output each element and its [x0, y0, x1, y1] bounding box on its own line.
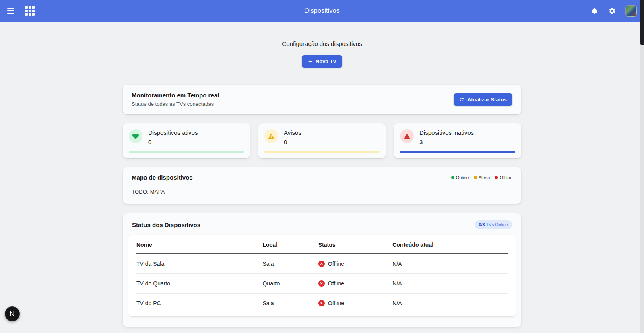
hamburger-menu-icon[interactable]: [7, 6, 18, 16]
refresh-icon: [459, 97, 464, 102]
alert-triangle-icon: [400, 129, 414, 143]
stat-label: Dispositivos ativos: [148, 129, 198, 136]
table-header-row: Nome Local Status Conteúdo atual: [136, 236, 508, 254]
online-dot-icon: [451, 176, 454, 179]
refresh-status-button[interactable]: Atualizar Status: [454, 93, 512, 106]
col-header-nome: Nome: [136, 236, 262, 254]
user-avatar[interactable]: [625, 5, 637, 17]
stat-label: Avisos: [284, 129, 301, 136]
devices-config-heading: Configuração dos dispositivos: [123, 40, 521, 47]
cell-status: ✕ Offline: [318, 294, 392, 313]
alert-dot-icon: [474, 176, 477, 179]
cell-nome: TV da Sala: [136, 254, 262, 274]
device-table-container: Nome Local Status Conteúdo atual TV da S…: [128, 235, 516, 316]
stat-value: 3: [419, 139, 474, 145]
stats-row: Dispositivos ativos 0 Avisos 0: [123, 123, 521, 158]
cell-status: ✕ Offline: [318, 274, 392, 294]
new-tv-button[interactable]: Nova TV: [302, 55, 342, 68]
stat-progress-bar: [129, 151, 244, 153]
device-status-title: Status dos Dispositivos: [132, 221, 200, 228]
cell-local: Sala: [262, 254, 318, 274]
cell-nome: TV do Quarto: [136, 274, 262, 294]
device-table: Nome Local Status Conteúdo atual TV da S…: [136, 236, 508, 313]
offline-x-icon: ✕: [318, 261, 325, 267]
scrollbar-track[interactable]: [640, 0, 644, 333]
header-actions: [590, 5, 637, 17]
settings-gear-icon[interactable]: [608, 6, 617, 15]
map-title: Mapa de dispositivos: [132, 174, 193, 181]
plus-icon: [308, 59, 313, 64]
cell-local: Quarto: [262, 274, 318, 294]
cell-conteudo: N/A: [392, 254, 508, 274]
cell-conteudo: N/A: [392, 274, 508, 294]
stat-progress-bar: [264, 151, 380, 153]
legend-online: Online: [451, 175, 469, 180]
stat-card-inactive-devices: Dispositivos inativos 3: [394, 123, 521, 158]
stat-card-active-devices: Dispositivos ativos 0: [123, 123, 250, 158]
app-header: Dispositivos: [0, 0, 644, 22]
main-content: Configuração dos dispositivos Nova TV Mo…: [123, 22, 521, 333]
map-legend: Online Alerta Offline: [451, 175, 512, 180]
monitoring-subtitle: Status de todas as TVs conectadas: [132, 101, 219, 107]
col-header-status: Status: [318, 236, 392, 254]
heart-pulse-icon: [129, 129, 142, 143]
stat-label: Dispositivos inativos: [419, 129, 474, 136]
stat-card-warnings: Avisos 0: [258, 123, 386, 158]
offline-x-icon: ✕: [318, 280, 325, 287]
table-row[interactable]: TV do PC Sala ✕ Offline N/A: [136, 294, 508, 313]
device-map-card: Mapa de dispositivos Online Alerta Offli…: [123, 167, 521, 204]
page-title: Dispositivos: [0, 0, 644, 22]
app-grid-logo-icon[interactable]: [25, 6, 35, 16]
map-placeholder-text: TODO: MAPA: [132, 189, 512, 195]
cell-conteudo: N/A: [392, 294, 508, 313]
offline-x-icon: ✕: [318, 300, 325, 306]
cell-local: Sala: [262, 294, 318, 313]
legend-alerta: Alerta: [474, 175, 490, 180]
offline-dot-icon: [495, 176, 498, 179]
cell-status: ✕ Offline: [318, 254, 392, 274]
legend-offline: Offline: [495, 175, 512, 180]
stat-value: 0: [284, 139, 301, 145]
table-row[interactable]: TV da Sala Sala ✕ Offline N/A: [136, 254, 508, 274]
table-row[interactable]: TV do Quarto Quarto ✕ Offline N/A: [136, 274, 508, 294]
tvs-online-badge: 0/3 TVs Online: [475, 220, 512, 229]
warning-triangle-icon: [264, 129, 278, 143]
cell-nome: TV do PC: [136, 294, 262, 313]
monitoring-title: Monitoramento em Tempo real: [132, 92, 219, 99]
dev-tools-fab[interactable]: N: [5, 306, 20, 321]
stat-value: 0: [148, 139, 198, 145]
device-status-card: Status dos Dispositivos 0/3 TVs Online N…: [123, 213, 521, 327]
notifications-bell-icon[interactable]: [590, 6, 599, 15]
stat-progress-bar: [400, 151, 515, 153]
scrollbar-thumb[interactable]: [640, 0, 644, 45]
monitoring-card: Monitoramento em Tempo real Status de to…: [123, 85, 521, 114]
col-header-local: Local: [262, 236, 318, 254]
col-header-conteudo: Conteúdo atual: [392, 236, 508, 254]
